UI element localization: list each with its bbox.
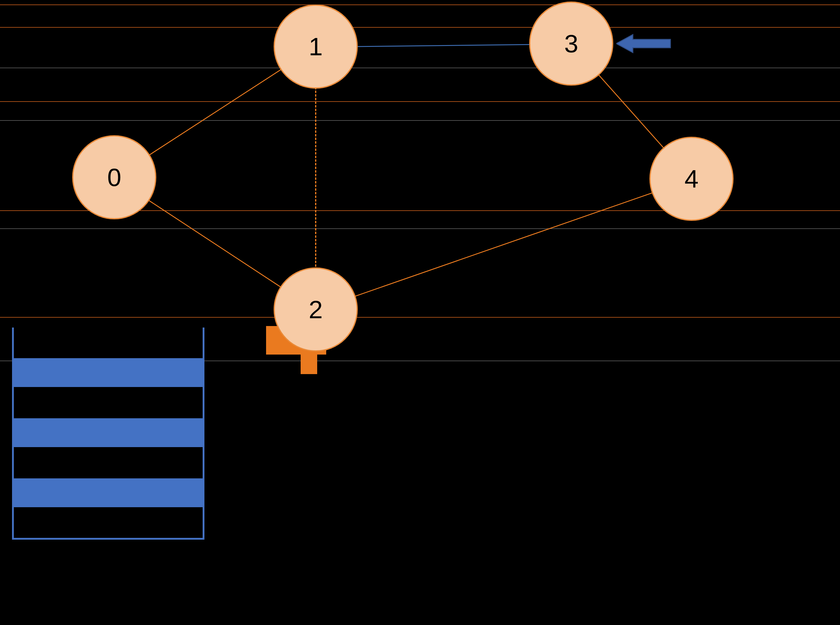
svg-marker-0 bbox=[616, 34, 670, 53]
node-label: 1 bbox=[309, 32, 323, 61]
grid-line bbox=[0, 68, 840, 68]
stack-slot bbox=[14, 418, 203, 448]
graph-node-1: 1 bbox=[274, 5, 358, 89]
graph-node-0: 0 bbox=[72, 135, 156, 219]
grid-line bbox=[0, 229, 840, 229]
grid-line bbox=[0, 5, 840, 5]
stack-container bbox=[12, 328, 204, 539]
flag-stem bbox=[301, 354, 317, 374]
node-label: 0 bbox=[108, 163, 122, 192]
stack-slot bbox=[14, 358, 203, 388]
pointer-arrow-icon bbox=[616, 31, 673, 57]
edge-2-4 bbox=[316, 179, 692, 310]
grid-line bbox=[0, 27, 840, 28]
grid-line bbox=[0, 317, 840, 318]
grid-line bbox=[0, 101, 840, 102]
stack-slot bbox=[14, 508, 203, 538]
graph-node-4: 4 bbox=[649, 137, 734, 221]
grid-line bbox=[0, 120, 840, 121]
graph-node-2: 2 bbox=[274, 267, 358, 351]
node-label: 2 bbox=[309, 295, 323, 324]
graph-node-3: 3 bbox=[529, 2, 613, 86]
node-label: 4 bbox=[684, 164, 699, 193]
node-label: 3 bbox=[564, 29, 578, 58]
stack-slot bbox=[14, 328, 203, 358]
stack-slot bbox=[14, 478, 203, 508]
stack-slot bbox=[14, 448, 203, 478]
stack-slot bbox=[14, 388, 203, 418]
diagram-canvas: { "nodes": { "n0": "0", "n1": "1", "n2":… bbox=[0, 0, 840, 625]
